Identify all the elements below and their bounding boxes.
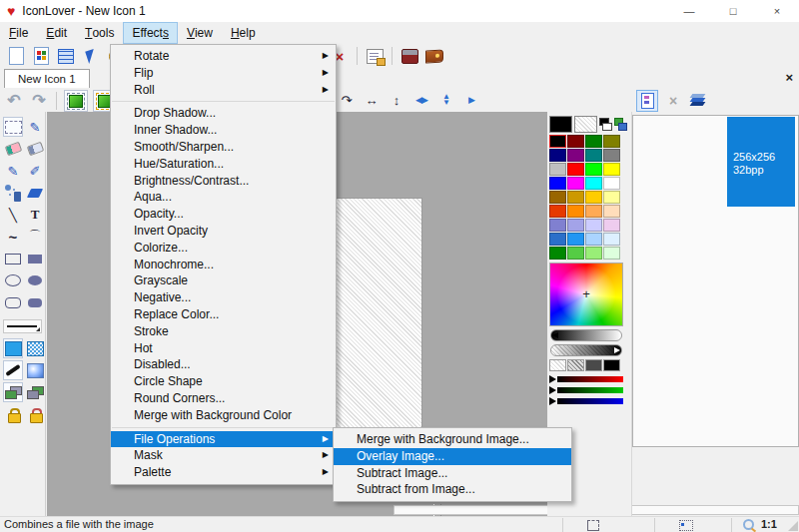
lock-color-toggle[interactable] xyxy=(25,404,45,424)
palette-color-ffff99[interactable] xyxy=(603,191,620,204)
eyedropper-tool[interactable]: ✎ xyxy=(25,117,45,137)
effects-menu-item-flip[interactable]: Flip▶ xyxy=(111,65,336,82)
pencil-tool[interactable]: ✎ xyxy=(3,161,23,181)
remove-image-button[interactable]: × xyxy=(663,91,683,111)
menubar-item-view[interactable]: View xyxy=(178,22,222,44)
palette-color-cc9900[interactable] xyxy=(567,191,584,204)
effects-menu-item-opacity[interactable]: Opacity... xyxy=(111,206,336,223)
palette-color-800000[interactable] xyxy=(567,135,584,148)
image-list-view-button[interactable] xyxy=(636,90,658,112)
effects-menu-item-negative[interactable]: Negative... xyxy=(111,289,336,306)
brush-tool[interactable]: ✐ xyxy=(25,161,45,181)
menubar-item-help[interactable]: Help xyxy=(222,22,265,44)
palette-color-55cc44[interactable] xyxy=(567,247,584,260)
palette-color-ffff00[interactable] xyxy=(603,163,620,176)
flip-vertical-icon[interactable]: ↕ xyxy=(387,90,406,110)
selected-image-item[interactable]: 256x256 32bpp xyxy=(727,117,795,207)
effects-menu-item-drop-shadow[interactable]: Drop Shadow... xyxy=(111,105,336,122)
palette-color-ff00ff[interactable] xyxy=(567,177,584,190)
opacity-preset-100[interactable] xyxy=(603,359,620,371)
palette-color-ff8c00[interactable] xyxy=(567,205,584,218)
palette-color-00ff00[interactable] xyxy=(585,163,602,176)
batch-process-button[interactable] xyxy=(400,46,419,66)
test-icon-button[interactable] xyxy=(64,90,88,112)
filled-rectangle-tool[interactable] xyxy=(25,249,45,268)
arc-tool[interactable]: ⌒ xyxy=(25,227,45,247)
palette-color-2196f3[interactable] xyxy=(567,233,584,246)
shift-right-icon[interactable]: ▶ xyxy=(461,90,481,110)
file-operations-item-overlay-image[interactable]: Overlay Image... xyxy=(334,448,571,465)
palette-color-ffcc00[interactable] xyxy=(585,191,602,204)
palette-color-008080[interactable] xyxy=(585,149,602,162)
opacity-preset-75[interactable] xyxy=(585,359,602,371)
help-book-button[interactable] xyxy=(424,46,444,66)
shape-outline-mode-toggle[interactable] xyxy=(25,382,45,402)
palette-color-99ee77[interactable] xyxy=(585,247,602,260)
effects-menu-item-merge-with-background-color[interactable]: Merge with Background Color xyxy=(111,407,336,424)
effects-menu-item-disabled[interactable]: Disabled... xyxy=(111,356,336,373)
palette-color-000000[interactable] xyxy=(549,135,566,148)
shift-up-down-icon[interactable]: ▲▼ xyxy=(436,90,456,110)
rounded-rectangle-tool[interactable] xyxy=(3,292,23,312)
file-operations-item-subtract-from-image[interactable]: Subtract from Image... xyxy=(334,481,571,498)
palette-color-808080[interactable] xyxy=(603,149,620,162)
effects-menu-item-palette[interactable]: Palette▶ xyxy=(111,464,336,481)
eraser-shape-tool[interactable] xyxy=(25,139,45,159)
palette-color-008800[interactable] xyxy=(549,247,566,260)
effects-menu-item-brightness-contrast[interactable]: Brightness/Contrast... xyxy=(111,173,336,190)
effects-menu-item-stroke[interactable]: Stroke xyxy=(111,323,336,340)
fill-tool[interactable] xyxy=(25,183,45,203)
effects-menu-item-hue-saturation[interactable]: Hue/Saturation... xyxy=(111,156,336,173)
line-width-selector[interactable] xyxy=(3,319,42,333)
menubar-item-tools[interactable]: Tools xyxy=(76,22,123,44)
green-channel-slider[interactable] xyxy=(557,387,623,393)
line-style-selector[interactable] xyxy=(3,360,23,380)
palette-color-ff0000[interactable] xyxy=(567,163,584,176)
shift-left-right-icon[interactable]: ◀▶ xyxy=(411,90,431,110)
foreground-color-swatch[interactable] xyxy=(3,338,23,358)
menubar-item-effects[interactable]: Effects xyxy=(123,22,177,44)
zoom-level[interactable]: 1:1 xyxy=(761,518,777,530)
layers-button[interactable] xyxy=(688,91,708,111)
palette-color-000080[interactable] xyxy=(549,149,566,162)
palette-color-2a6fc9[interactable] xyxy=(549,233,566,246)
ellipse-tool[interactable] xyxy=(3,270,23,290)
effects-menu-item-roll[interactable]: Roll▶ xyxy=(111,82,336,99)
menubar-item-edit[interactable]: Edit xyxy=(37,22,76,44)
palette-color-008000[interactable] xyxy=(585,135,602,148)
flip-horizontal-icon[interactable]: ↔ xyxy=(362,90,382,110)
file-operations-item-subtract-image[interactable]: Subtract Image... xyxy=(334,465,571,482)
effects-menu-item-round-corners[interactable]: Round Corners... xyxy=(111,390,336,407)
palette-color-ddffdd[interactable] xyxy=(603,247,620,260)
select-cursor-button[interactable] xyxy=(81,46,101,66)
blue-channel-slider[interactable] xyxy=(557,398,623,404)
tab-close-icon[interactable]: × xyxy=(785,70,793,85)
rectangle-tool[interactable] xyxy=(3,249,23,268)
line-tool[interactable]: ╲ xyxy=(3,205,23,225)
palette-color-ffddbb[interactable] xyxy=(603,205,620,218)
new-from-image-button[interactable] xyxy=(31,46,51,66)
resize-grip[interactable] xyxy=(788,521,798,531)
curve-tool[interactable]: ~ xyxy=(3,227,23,247)
effects-menu-item-circle-shape[interactable]: Circle Shape xyxy=(111,373,336,390)
filled-rounded-rectangle-tool[interactable] xyxy=(25,292,45,312)
open-library-button[interactable] xyxy=(56,46,76,66)
spray-tool[interactable] xyxy=(3,183,23,203)
redo-button[interactable]: ↷ xyxy=(29,91,49,111)
eraser-tool[interactable] xyxy=(3,139,23,159)
properties-button[interactable] xyxy=(365,46,385,66)
minimize-button[interactable]: — xyxy=(667,0,711,22)
effects-menu-item-rotate[interactable]: Rotate▶ xyxy=(111,48,336,65)
effects-menu-item-replace-color[interactable]: Replace Color... xyxy=(111,306,336,323)
effects-menu-item-monochrome[interactable]: Monochrome... xyxy=(111,257,336,273)
red-channel-slider[interactable] xyxy=(557,376,623,382)
filled-ellipse-tool[interactable] xyxy=(25,270,45,290)
text-tool[interactable]: T xyxy=(25,205,45,225)
effects-menu-item-inner-shadow[interactable]: Inner Shadow... xyxy=(111,122,336,139)
palette-color-a3a3e8[interactable] xyxy=(567,219,584,232)
palette-color-00ffff[interactable] xyxy=(585,177,602,190)
effects-menu-item-hot[interactable]: Hot xyxy=(111,340,336,357)
effects-menu-item-invert-opacity[interactable]: Invert Opacity xyxy=(111,223,336,240)
palette-color-0000ff[interactable] xyxy=(549,177,566,190)
palette-color-808000[interactable] xyxy=(603,135,620,148)
